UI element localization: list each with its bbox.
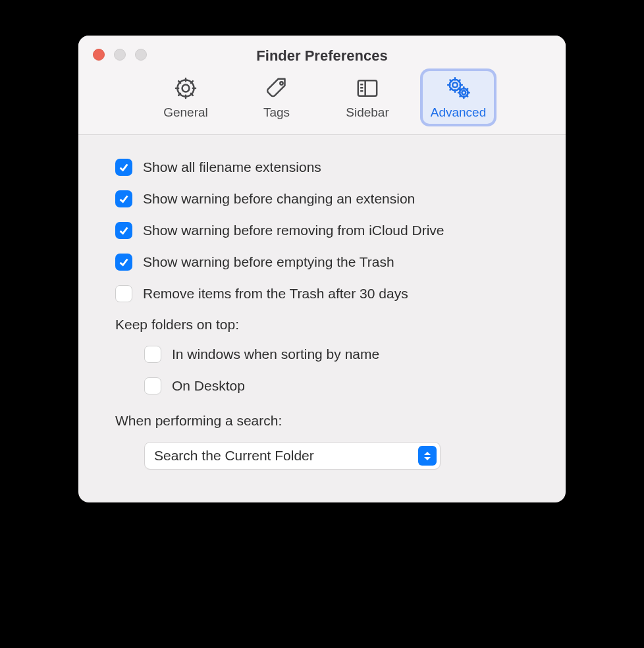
- option-label: Show warning before removing from iCloud…: [143, 223, 444, 238]
- option-folders-top-windows[interactable]: In windows when sorting by name: [144, 346, 529, 363]
- search-scope-popup[interactable]: Search the Current Folder: [144, 442, 441, 470]
- checkbox[interactable]: [115, 285, 132, 302]
- tab-label: Advanced: [431, 105, 487, 120]
- svg-point-8: [452, 82, 458, 88]
- checkbox[interactable]: [144, 377, 161, 394]
- sidebar-icon: [354, 75, 381, 101]
- tab-label: General: [163, 105, 208, 120]
- tab-label: Tags: [263, 105, 290, 120]
- preferences-toolbar: General Tags Sidebar: [78, 65, 566, 135]
- window-title: Finder Preferences: [78, 47, 566, 65]
- keep-folders-label: Keep folders on top:: [115, 317, 529, 333]
- minimize-icon[interactable]: [114, 49, 126, 61]
- option-show-extensions[interactable]: Show all filename extensions: [115, 159, 529, 176]
- option-label: On Desktop: [172, 378, 245, 394]
- search-label: When performing a search:: [115, 413, 529, 429]
- svg-point-2: [280, 82, 282, 84]
- option-label: Remove items from the Trash after 30 day…: [143, 286, 408, 302]
- option-label: In windows when sorting by name: [172, 346, 379, 362]
- option-folders-top-desktop[interactable]: On Desktop: [144, 377, 529, 394]
- svg-point-0: [182, 85, 190, 92]
- popup-value: Search the Current Folder: [154, 448, 314, 464]
- checkbox[interactable]: [144, 346, 161, 363]
- tab-tags[interactable]: Tags: [241, 71, 312, 124]
- close-icon[interactable]: [93, 49, 105, 61]
- tab-label: Sidebar: [346, 105, 389, 120]
- maximize-icon[interactable]: [135, 49, 147, 61]
- tab-advanced[interactable]: Advanced: [423, 71, 494, 124]
- finder-preferences-window: Finder Preferences General Tags: [78, 36, 566, 502]
- gears-icon: [445, 75, 471, 101]
- traffic-lights: [93, 49, 147, 61]
- tab-general[interactable]: General: [150, 71, 221, 124]
- option-label: Show warning before emptying the Trash: [143, 254, 394, 270]
- option-remove-after-30-days[interactable]: Remove items from the Trash after 30 day…: [115, 285, 529, 302]
- checkbox[interactable]: [115, 222, 132, 239]
- tab-sidebar[interactable]: Sidebar: [332, 71, 403, 124]
- checkbox[interactable]: [115, 159, 132, 176]
- titlebar: Finder Preferences General Tags: [78, 36, 566, 135]
- option-warn-remove-icloud[interactable]: Show warning before removing from iCloud…: [115, 222, 529, 239]
- checkbox[interactable]: [115, 254, 132, 271]
- svg-point-10: [462, 91, 466, 95]
- option-label: Show all filename extensions: [143, 159, 321, 175]
- tag-icon: [263, 75, 290, 101]
- chevron-up-down-icon: [418, 446, 437, 466]
- gear-icon: [173, 75, 199, 101]
- option-warn-change-extension[interactable]: Show warning before changing an extensio…: [115, 190, 529, 207]
- checkbox[interactable]: [115, 190, 132, 207]
- option-label: Show warning before changing an extensio…: [143, 191, 415, 207]
- advanced-pane: Show all filename extensions Show warnin…: [78, 135, 566, 502]
- svg-point-1: [178, 80, 194, 97]
- option-warn-empty-trash[interactable]: Show warning before emptying the Trash: [115, 254, 529, 271]
